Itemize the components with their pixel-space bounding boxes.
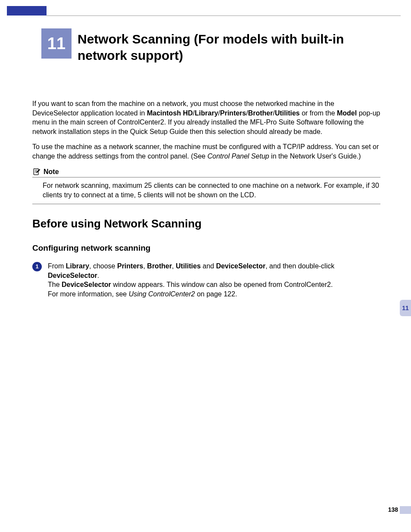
text: in the Network User's Guide.) (269, 152, 361, 160)
step-line-3: For more information, see Using ControlC… (48, 289, 380, 299)
reference-title: Using ControlCenter2 (129, 290, 195, 298)
page-number-accent (400, 506, 411, 514)
path-segment: Library (195, 109, 218, 117)
note-header: Note (32, 167, 380, 178)
text: on page 122. (195, 290, 237, 298)
intro-paragraph-1: If you want to scan from the machine on … (32, 99, 380, 136)
note-icon (32, 168, 41, 176)
bold-text: Utilities (176, 262, 201, 270)
path-segment: Brother (248, 109, 273, 117)
chapter-number-badge: 11 (41, 28, 72, 59)
step-body: From Library, choose Printers, Brother, … (48, 261, 380, 299)
bold-text: Library (66, 262, 89, 270)
header-rule (47, 16, 401, 16)
page-body: If you want to scan from the machine on … (32, 99, 380, 305)
side-tab-number: 11 (402, 305, 409, 311)
text: and (201, 262, 216, 270)
text: , (143, 262, 147, 270)
note-label: Note (44, 167, 59, 177)
bold-text: DeviceSelector (62, 281, 111, 288)
text: or from the (300, 109, 337, 117)
text: , and then double-click (265, 262, 334, 270)
section-heading: Before using Network Scanning (32, 216, 380, 231)
subsection-heading: Configuring network scanning (32, 243, 380, 254)
page-number: 138 (388, 506, 398, 513)
text: window appears. This window can also be … (111, 281, 333, 288)
text: For more information, see (48, 290, 129, 298)
bold-text: Brother (147, 262, 172, 270)
path-segment: Printers (220, 109, 246, 117)
bold-text: Model (337, 109, 357, 117)
step-line-1: From Library, choose Printers, Brother, … (48, 261, 380, 280)
header-accent-bar (7, 6, 47, 16)
intro-paragraph-2: To use the machine as a network scanner,… (32, 142, 380, 161)
path-segment: Utilities (275, 109, 300, 117)
text: The (48, 281, 62, 288)
path-segment: Macintosh HD (147, 109, 193, 117)
step-number-bullet: 1 (32, 262, 42, 271)
note-block: Note For network scanning, maximum 25 cl… (32, 167, 380, 205)
chapter-number: 11 (47, 34, 65, 53)
text: . (97, 272, 99, 279)
text: , choose (89, 262, 117, 270)
step-line-2: The DeviceSelector window appears. This … (48, 280, 380, 289)
text: From (48, 262, 66, 270)
step-number: 1 (35, 263, 38, 271)
bold-text: DeviceSelector (48, 272, 97, 279)
bold-text: DeviceSelector (216, 262, 265, 270)
bold-text: Printers (117, 262, 143, 270)
chapter-side-tab: 11 (400, 300, 411, 316)
text: , (172, 262, 176, 270)
step-1: 1 From Library, choose Printers, Brother… (32, 261, 380, 299)
chapter-title: Network Scanning (For models with built-… (78, 31, 394, 63)
note-bottom-rule (32, 204, 380, 204)
note-body: For network scanning, maximum 25 clients… (32, 181, 380, 199)
reference-title: Control Panel Setup (207, 152, 269, 160)
